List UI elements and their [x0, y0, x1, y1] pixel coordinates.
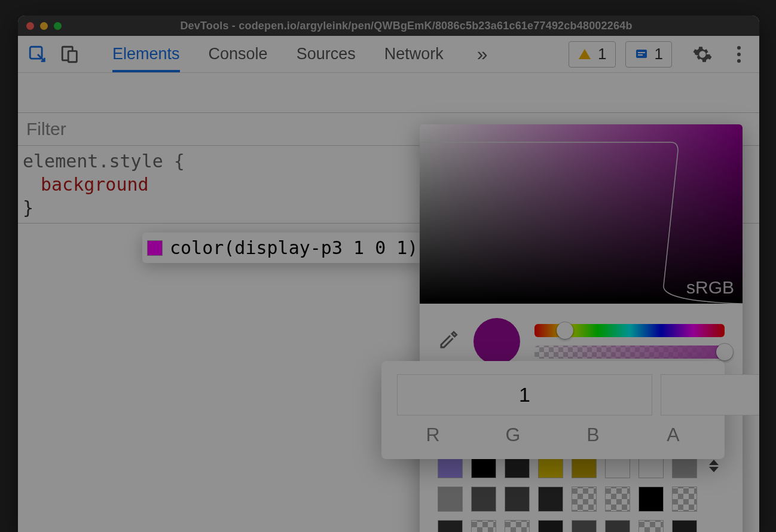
- color-picker: sRGB: [420, 124, 743, 532]
- hue-slider[interactable]: [534, 324, 725, 337]
- color-swatch-icon[interactable]: [147, 240, 163, 256]
- palette-swatch[interactable]: [605, 520, 630, 532]
- palette-swatch[interactable]: [505, 487, 530, 512]
- palette-swatch[interactable]: [672, 520, 697, 532]
- palette-swatch[interactable]: [505, 520, 530, 532]
- palette-swatch[interactable]: [572, 520, 597, 532]
- tab-network[interactable]: Network: [384, 36, 444, 72]
- issues-count: 1: [655, 45, 663, 63]
- tab-console[interactable]: Console: [209, 36, 268, 72]
- maximize-icon[interactable]: [54, 22, 62, 30]
- palette-swatch[interactable]: [438, 487, 463, 512]
- channel-label-a: A: [637, 424, 709, 446]
- palette-swatch[interactable]: [638, 487, 664, 512]
- alpha-slider[interactable]: [534, 346, 725, 359]
- color-value-text[interactable]: color(display-p3 1 0 1): [170, 237, 418, 258]
- close-icon[interactable]: [26, 22, 34, 30]
- hue-thumb[interactable]: [557, 322, 573, 339]
- alpha-thumb[interactable]: [716, 344, 733, 360]
- kebab-icon[interactable]: [731, 46, 747, 63]
- palette-swatch[interactable]: [605, 487, 630, 512]
- palette-swatch[interactable]: [572, 487, 597, 512]
- gamut-label: sRGB: [686, 277, 734, 298]
- content-area: Filter element.style { background } colo…: [18, 112, 759, 532]
- warnings-count: 1: [598, 45, 606, 63]
- issues-badge[interactable]: 1: [625, 41, 672, 68]
- tab-elements[interactable]: Elements: [112, 36, 180, 72]
- eyedropper-icon[interactable]: [438, 329, 459, 353]
- tab-sources[interactable]: Sources: [297, 36, 356, 72]
- palette-swatch[interactable]: [471, 520, 496, 532]
- palette-swatch[interactable]: [538, 487, 563, 512]
- svg-rect-3: [636, 50, 647, 58]
- svg-rect-2: [68, 51, 77, 62]
- window-title: DevTools - codepen.io/argyleink/pen/QWBg…: [62, 20, 751, 32]
- palette-swatch[interactable]: [538, 520, 563, 532]
- spectrum-canvas[interactable]: sRGB: [420, 124, 743, 304]
- gear-icon[interactable]: [691, 43, 714, 66]
- current-color-swatch: [473, 318, 520, 365]
- warnings-badge[interactable]: 1: [569, 41, 615, 68]
- palette-swatch[interactable]: [438, 520, 463, 532]
- channel-g-input[interactable]: [661, 374, 759, 415]
- palette-swatch[interactable]: [471, 487, 496, 512]
- channel-label-r: R: [397, 424, 469, 446]
- css-property[interactable]: background: [41, 174, 149, 195]
- color-value-tooltip: color(display-p3 1 0 1): [142, 233, 425, 263]
- devtools-window: DevTools - codepen.io/argyleink/pen/QWBg…: [18, 16, 759, 532]
- channel-label-g: G: [477, 424, 549, 446]
- channel-r-input[interactable]: [397, 374, 652, 415]
- devtools-toolbar: Elements Console Sources Network » 1 1: [18, 36, 759, 73]
- inspect-icon[interactable]: [26, 43, 49, 66]
- traffic-lights: [26, 22, 62, 30]
- palette-expand-toggle[interactable]: [705, 460, 722, 472]
- palette-swatch[interactable]: [672, 487, 697, 512]
- device-toolbar-icon[interactable]: [59, 43, 81, 66]
- panel-tabs: Elements Console Sources Network: [112, 36, 444, 72]
- minimize-icon[interactable]: [40, 22, 48, 30]
- channel-label-b: B: [557, 424, 629, 446]
- palette-swatch[interactable]: [638, 520, 664, 532]
- titlebar: DevTools - codepen.io/argyleink/pen/QWBg…: [18, 16, 759, 36]
- palette-grid: [438, 453, 725, 532]
- selector: element.style {: [23, 151, 185, 172]
- more-tabs-icon[interactable]: »: [477, 43, 488, 65]
- rgba-inputs-popover: R G B A: [381, 361, 725, 459]
